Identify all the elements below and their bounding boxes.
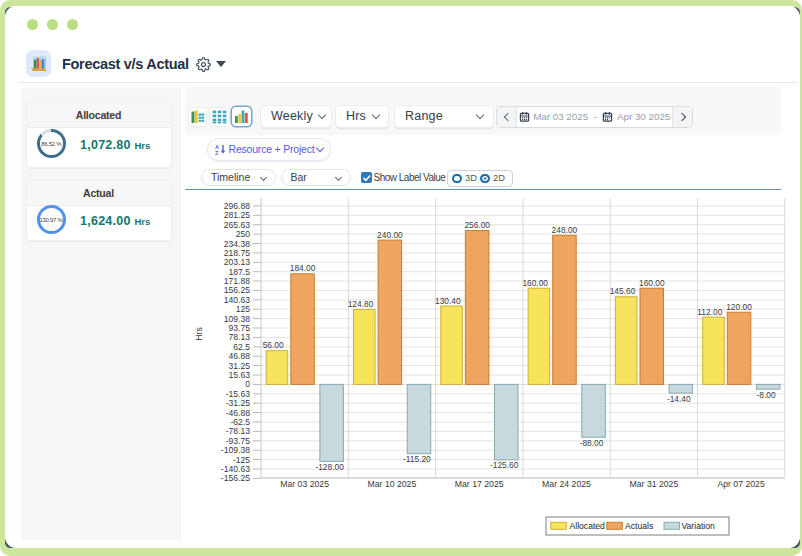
svg-text:240.00: 240.00 xyxy=(377,230,403,240)
svg-text:-128.00: -128.00 xyxy=(315,462,344,472)
svg-text:124.80: 124.80 xyxy=(348,299,374,309)
svg-text:Apr 07 2025: Apr 07 2025 xyxy=(717,479,765,489)
svg-text:Mar 31 2025: Mar 31 2025 xyxy=(630,479,679,489)
svg-text:-8.00: -8.00 xyxy=(757,390,776,400)
svg-text:120.00: 120.00 xyxy=(726,302,752,312)
svg-text:130.40: 130.40 xyxy=(435,296,461,306)
svg-text:-88.00: -88.00 xyxy=(580,438,604,448)
svg-text:-14.40: -14.40 xyxy=(667,394,691,404)
svg-text:Mar 10 2025: Mar 10 2025 xyxy=(368,479,417,489)
svg-text:160.00: 160.00 xyxy=(522,278,548,288)
svg-text:248.00: 248.00 xyxy=(552,225,578,235)
svg-text:-115.20: -115.20 xyxy=(403,454,431,464)
svg-text:145.60: 145.60 xyxy=(610,286,636,296)
svg-text:Actuals: Actuals xyxy=(625,521,653,531)
svg-text:Mar 03 2025: Mar 03 2025 xyxy=(280,479,329,489)
svg-text:56.00: 56.00 xyxy=(263,340,284,350)
svg-text:-156.25: -156.25 xyxy=(221,473,250,483)
svg-text:160.00: 160.00 xyxy=(639,278,665,288)
svg-text:Hrs: Hrs xyxy=(194,327,204,340)
svg-text:Variation: Variation xyxy=(682,521,715,531)
svg-text:Allocated: Allocated xyxy=(570,521,606,531)
svg-text:184.00: 184.00 xyxy=(290,263,316,273)
svg-text:-125.60: -125.60 xyxy=(490,460,519,470)
svg-text:Mar 17 2025: Mar 17 2025 xyxy=(455,479,504,489)
svg-text:112.00: 112.00 xyxy=(697,307,722,317)
svg-text:Mar 24 2025: Mar 24 2025 xyxy=(542,479,591,489)
svg-text:256.00: 256.00 xyxy=(464,220,490,230)
svg-text:Z: Z xyxy=(215,150,219,155)
